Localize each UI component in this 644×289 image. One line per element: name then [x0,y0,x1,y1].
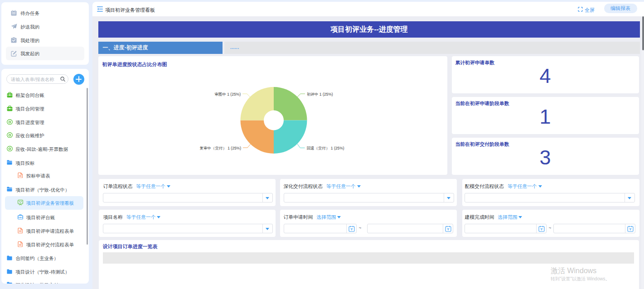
svg-text:审图中 1 (25%): 审图中 1 (25%) [214,92,241,96]
svg-text:回退（交付） 1 (25%): 回退（交付） 1 (25%) [307,146,344,150]
svg-text:初评中 1 (25%): 初评中 1 (25%) [307,92,333,96]
svg-text:复审中（交付） 1 (25%): 复审中（交付） 1 (25%) [199,146,241,150]
